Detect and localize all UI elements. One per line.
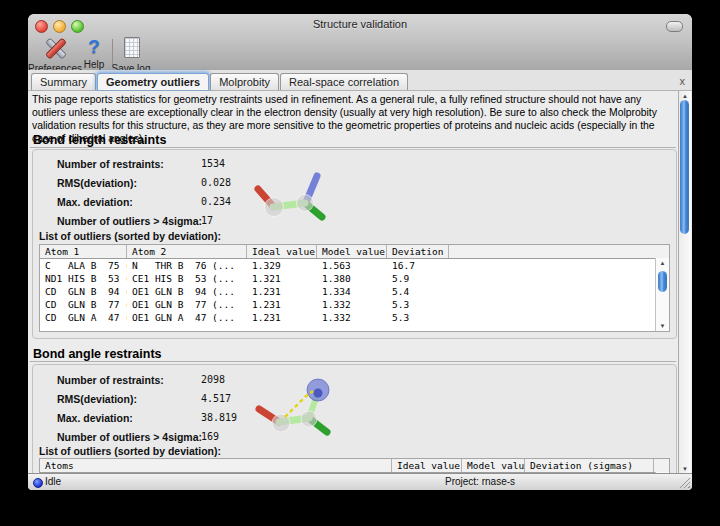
stat-row: Number of outliers > 4sigma: 169 bbox=[33, 431, 676, 445]
table-header-row: Atom 1 Atom 2 Ideal value Model value De… bbox=[40, 245, 669, 259]
table-row[interactable]: CD GLN B 77 (... OE1 GLN B 77 (... 1.231… bbox=[40, 298, 669, 311]
scroll-down-icon[interactable]: ▼ bbox=[656, 321, 669, 331]
stat-value: 0.028 bbox=[201, 177, 231, 188]
status-project: Project: rnase-s bbox=[445, 476, 515, 487]
toolbar-toggle-button[interactable] bbox=[666, 21, 683, 32]
window-title: Structure validation bbox=[28, 18, 692, 30]
bond-angle-outliers-table[interactable]: Atoms Ideal value Model value Deviation … bbox=[39, 458, 670, 474]
section-rule bbox=[30, 361, 676, 362]
section-rule bbox=[30, 147, 676, 148]
scroll-up-icon[interactable]: ▲ bbox=[656, 258, 669, 268]
bond-length-groupbox: Number of restraints: 1534 RMS(deviation… bbox=[32, 149, 677, 339]
bond-angle-groupbox: Number of restraints: 2098 RMS(deviation… bbox=[32, 364, 677, 474]
structure-validation-window: Structure validation Preferences ? Help … bbox=[28, 14, 692, 490]
tab-geometry-outliers[interactable]: Geometry outliers bbox=[97, 73, 209, 90]
stat-value: 0.234 bbox=[201, 196, 231, 207]
column-header[interactable]: Model value bbox=[462, 459, 525, 472]
table-header-row: Atoms Ideal value Model value Deviation … bbox=[40, 459, 669, 473]
stat-row: Number of restraints: 1534 bbox=[33, 158, 676, 172]
column-header[interactable]: Ideal value bbox=[392, 459, 462, 472]
status-state: Idle bbox=[45, 476, 61, 487]
tab-molprobity[interactable]: Molprobity bbox=[210, 73, 279, 90]
table-row[interactable]: CD GLN A 47 (... OE1 GLN A 47 (... 1.231… bbox=[40, 311, 669, 324]
resize-grip[interactable] bbox=[679, 477, 690, 488]
stat-label: Number of restraints: bbox=[57, 158, 164, 170]
stat-row: Number of outliers > 4sigma: 17 bbox=[33, 215, 676, 229]
column-header[interactable]: Ideal value bbox=[247, 245, 317, 258]
close-tab-icon[interactable]: x bbox=[680, 76, 686, 87]
stat-value: 2098 bbox=[201, 374, 225, 385]
section-title-bond-length: Bond length restraints bbox=[33, 133, 166, 147]
stat-row: Max. deviation: 0.234 bbox=[33, 196, 676, 210]
table-scrollbar[interactable]: ▲ ▼ bbox=[655, 258, 669, 331]
stat-label: RMS(deviation): bbox=[57, 177, 137, 189]
tab-bar: Summary Geometry outliers Molprobity Rea… bbox=[28, 70, 692, 91]
table-row[interactable]: CD GLN B 94 (... OE1 GLN B 94 (... 1.231… bbox=[40, 285, 669, 298]
stat-label: Number of outliers > 4sigma: bbox=[57, 431, 202, 443]
stat-row: Max. deviation: 38.819 bbox=[33, 412, 676, 426]
stat-label: RMS(deviation): bbox=[57, 393, 137, 405]
stat-label: Max. deviation: bbox=[57, 196, 133, 208]
column-header[interactable]: Atoms bbox=[40, 459, 392, 472]
tab-summary[interactable]: Summary bbox=[31, 73, 96, 90]
stat-value: 38.819 bbox=[201, 412, 237, 423]
bond-angle-molecule-image bbox=[247, 369, 333, 441]
table-row[interactable]: ND1 HIS B 53 (... CE1 HIS B 53 (... 1.32… bbox=[40, 272, 669, 285]
column-header[interactable]: Deviation ( bbox=[387, 245, 449, 258]
stat-row: Number of restraints: 2098 bbox=[33, 374, 676, 388]
question-mark-icon: ? bbox=[84, 36, 104, 58]
stat-value: 169 bbox=[201, 431, 219, 442]
stat-value: 4.517 bbox=[201, 393, 231, 404]
stat-value: 17 bbox=[201, 215, 213, 226]
stat-label: Max. deviation: bbox=[57, 412, 133, 424]
column-header-filler bbox=[449, 245, 669, 258]
stat-row: RMS(deviation): 4.517 bbox=[33, 393, 676, 407]
column-header[interactable]: Atom 2 bbox=[127, 245, 247, 258]
stat-label: Number of outliers > 4sigma: bbox=[57, 215, 202, 227]
stat-label: Number of restraints: bbox=[57, 374, 164, 386]
scrollbar-thumb[interactable] bbox=[658, 271, 667, 292]
bond-length-molecule-image bbox=[249, 162, 331, 224]
save-log-button[interactable]: Save log bbox=[104, 36, 158, 74]
stat-row: RMS(deviation): 0.028 bbox=[33, 177, 676, 191]
main-scrollbar[interactable]: ▲ ▼ bbox=[678, 91, 691, 474]
status-led-icon bbox=[33, 478, 43, 488]
log-sheet-icon bbox=[123, 36, 140, 58]
column-header[interactable]: Deviation (sigmas) bbox=[525, 459, 654, 472]
column-header[interactable]: Model value bbox=[317, 245, 387, 258]
stat-value: 1534 bbox=[201, 158, 225, 169]
tab-real-space-correlation[interactable]: Real-space correlation bbox=[280, 73, 408, 90]
geometry-outliers-panel: This page reports statistics for geometr… bbox=[28, 91, 692, 474]
outlier-list-label: List of outliers (sorted by deviation): bbox=[39, 445, 221, 457]
column-header-filler bbox=[654, 459, 669, 472]
outlier-list-label: List of outliers (sorted by deviation): bbox=[39, 230, 221, 242]
preferences-tools-icon bbox=[42, 36, 68, 58]
window-chrome: Structure validation Preferences ? Help … bbox=[28, 14, 692, 71]
section-title-bond-angle: Bond angle restraints bbox=[33, 347, 162, 361]
bond-length-outliers-table[interactable]: Atom 1 Atom 2 Ideal value Model value De… bbox=[39, 244, 670, 332]
scrollbar-thumb[interactable] bbox=[680, 100, 689, 234]
table-row[interactable]: C ALA B 75 (... N THR B 76 (... 1.329 1.… bbox=[40, 259, 669, 272]
status-bar: Idle Project: rnase-s bbox=[28, 473, 692, 490]
column-header[interactable]: Atom 1 bbox=[40, 245, 127, 258]
